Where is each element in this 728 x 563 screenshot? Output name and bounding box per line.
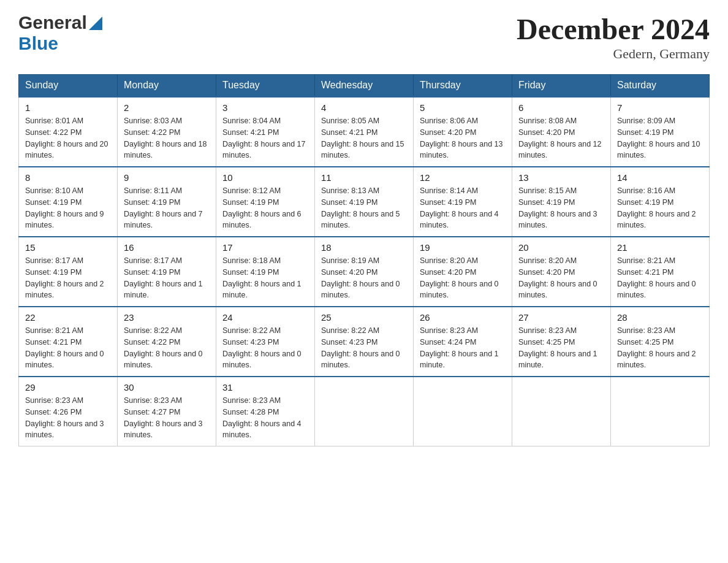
calendar-cell: 18 Sunrise: 8:19 AM Sunset: 4:20 PM Dayl… <box>315 237 414 307</box>
day-number: 18 <box>321 242 407 253</box>
calendar-day-header: Tuesday <box>216 75 315 97</box>
day-number: 17 <box>222 242 308 253</box>
calendar-cell: 26 Sunrise: 8:23 AM Sunset: 4:24 PM Dayl… <box>414 307 512 377</box>
calendar-cell: 17 Sunrise: 8:18 AM Sunset: 4:19 PM Dayl… <box>216 237 315 307</box>
calendar-cell: 29 Sunrise: 8:23 AM Sunset: 4:26 PM Dayl… <box>19 377 118 446</box>
page-header: General Blue December 2024 Gedern, Germa… <box>18 12 710 62</box>
day-info: Sunrise: 8:23 AM Sunset: 4:25 PM Dayligh… <box>518 325 604 371</box>
day-info: Sunrise: 8:14 AM Sunset: 4:19 PM Dayligh… <box>420 185 506 231</box>
calendar-day-header: Sunday <box>19 75 118 97</box>
day-info: Sunrise: 8:04 AM Sunset: 4:21 PM Dayligh… <box>222 115 308 161</box>
day-number: 5 <box>420 102 506 113</box>
day-info: Sunrise: 8:17 AM Sunset: 4:19 PM Dayligh… <box>124 255 210 301</box>
day-number: 19 <box>420 242 506 253</box>
day-info: Sunrise: 8:17 AM Sunset: 4:19 PM Dayligh… <box>25 255 111 301</box>
day-number: 28 <box>617 312 703 323</box>
day-info: Sunrise: 8:13 AM Sunset: 4:19 PM Dayligh… <box>321 185 407 231</box>
calendar-cell <box>611 377 710 446</box>
calendar-cell: 19 Sunrise: 8:20 AM Sunset: 4:20 PM Dayl… <box>414 237 512 307</box>
calendar-body: 1 Sunrise: 8:01 AM Sunset: 4:22 PM Dayli… <box>19 97 710 446</box>
calendar-day-header: Friday <box>512 75 611 97</box>
calendar-cell <box>315 377 414 446</box>
day-number: 30 <box>124 382 210 393</box>
day-number: 20 <box>518 242 604 253</box>
day-info: Sunrise: 8:22 AM Sunset: 4:22 PM Dayligh… <box>124 325 210 371</box>
day-number: 29 <box>25 382 111 393</box>
day-number: 1 <box>25 102 111 113</box>
calendar-header-row: SundayMondayTuesdayWednesdayThursdayFrid… <box>19 75 710 97</box>
logo-general-text: General <box>18 12 87 33</box>
calendar-cell: 23 Sunrise: 8:22 AM Sunset: 4:22 PM Dayl… <box>118 307 216 377</box>
calendar-cell: 27 Sunrise: 8:23 AM Sunset: 4:25 PM Dayl… <box>512 307 611 377</box>
calendar-week-row: 15 Sunrise: 8:17 AM Sunset: 4:19 PM Dayl… <box>19 237 710 307</box>
calendar-cell: 14 Sunrise: 8:16 AM Sunset: 4:19 PM Dayl… <box>611 167 710 237</box>
day-info: Sunrise: 8:23 AM Sunset: 4:26 PM Dayligh… <box>25 395 111 441</box>
day-number: 4 <box>321 102 407 113</box>
day-info: Sunrise: 8:16 AM Sunset: 4:19 PM Dayligh… <box>617 185 703 231</box>
calendar-cell <box>512 377 611 446</box>
logo: General Blue <box>18 12 102 54</box>
day-info: Sunrise: 8:08 AM Sunset: 4:20 PM Dayligh… <box>518 115 604 161</box>
calendar-header: SundayMondayTuesdayWednesdayThursdayFrid… <box>19 75 710 97</box>
day-number: 10 <box>222 172 308 183</box>
page-title: December 2024 <box>517 12 710 46</box>
calendar-cell: 1 Sunrise: 8:01 AM Sunset: 4:22 PM Dayli… <box>19 97 118 167</box>
calendar-cell: 20 Sunrise: 8:20 AM Sunset: 4:20 PM Dayl… <box>512 237 611 307</box>
calendar-cell: 15 Sunrise: 8:17 AM Sunset: 4:19 PM Dayl… <box>19 237 118 307</box>
day-info: Sunrise: 8:23 AM Sunset: 4:24 PM Dayligh… <box>420 325 506 371</box>
day-info: Sunrise: 8:10 AM Sunset: 4:19 PM Dayligh… <box>25 185 111 231</box>
logo-triangle-icon <box>89 17 102 30</box>
day-number: 13 <box>518 172 604 183</box>
calendar-day-header: Monday <box>118 75 216 97</box>
calendar-cell: 2 Sunrise: 8:03 AM Sunset: 4:22 PM Dayli… <box>118 97 216 167</box>
calendar-cell: 4 Sunrise: 8:05 AM Sunset: 4:21 PM Dayli… <box>315 97 414 167</box>
calendar-week-row: 8 Sunrise: 8:10 AM Sunset: 4:19 PM Dayli… <box>19 167 710 237</box>
day-number: 2 <box>124 102 210 113</box>
day-number: 14 <box>617 172 703 183</box>
day-number: 21 <box>617 242 703 253</box>
day-number: 22 <box>25 312 111 323</box>
page-subtitle: Gedern, Germany <box>517 46 710 62</box>
day-number: 16 <box>124 242 210 253</box>
title-area: December 2024 Gedern, Germany <box>517 12 710 62</box>
logo-blue-text: Blue <box>18 33 58 54</box>
day-info: Sunrise: 8:11 AM Sunset: 4:19 PM Dayligh… <box>124 185 210 231</box>
day-info: Sunrise: 8:23 AM Sunset: 4:27 PM Dayligh… <box>124 395 210 441</box>
day-info: Sunrise: 8:05 AM Sunset: 4:21 PM Dayligh… <box>321 115 407 161</box>
day-info: Sunrise: 8:03 AM Sunset: 4:22 PM Dayligh… <box>124 115 210 161</box>
calendar-cell: 24 Sunrise: 8:22 AM Sunset: 4:23 PM Dayl… <box>216 307 315 377</box>
calendar-cell: 5 Sunrise: 8:06 AM Sunset: 4:20 PM Dayli… <box>414 97 512 167</box>
day-info: Sunrise: 8:23 AM Sunset: 4:25 PM Dayligh… <box>617 325 703 371</box>
svg-marker-0 <box>89 17 102 30</box>
calendar-cell: 11 Sunrise: 8:13 AM Sunset: 4:19 PM Dayl… <box>315 167 414 237</box>
day-info: Sunrise: 8:15 AM Sunset: 4:19 PM Dayligh… <box>518 185 604 231</box>
day-info: Sunrise: 8:22 AM Sunset: 4:23 PM Dayligh… <box>222 325 308 371</box>
day-info: Sunrise: 8:23 AM Sunset: 4:28 PM Dayligh… <box>222 395 308 441</box>
calendar-day-header: Thursday <box>414 75 512 97</box>
day-number: 27 <box>518 312 604 323</box>
day-info: Sunrise: 8:19 AM Sunset: 4:20 PM Dayligh… <box>321 255 407 301</box>
calendar-table: SundayMondayTuesdayWednesdayThursdayFrid… <box>18 74 710 446</box>
calendar-cell: 3 Sunrise: 8:04 AM Sunset: 4:21 PM Dayli… <box>216 97 315 167</box>
calendar-cell: 6 Sunrise: 8:08 AM Sunset: 4:20 PM Dayli… <box>512 97 611 167</box>
day-number: 7 <box>617 102 703 113</box>
day-info: Sunrise: 8:22 AM Sunset: 4:23 PM Dayligh… <box>321 325 407 371</box>
calendar-cell: 28 Sunrise: 8:23 AM Sunset: 4:25 PM Dayl… <box>611 307 710 377</box>
day-info: Sunrise: 8:20 AM Sunset: 4:20 PM Dayligh… <box>518 255 604 301</box>
calendar-day-header: Wednesday <box>315 75 414 97</box>
day-number: 11 <box>321 172 407 183</box>
calendar-cell: 21 Sunrise: 8:21 AM Sunset: 4:21 PM Dayl… <box>611 237 710 307</box>
day-info: Sunrise: 8:21 AM Sunset: 4:21 PM Dayligh… <box>25 325 111 371</box>
calendar-cell: 7 Sunrise: 8:09 AM Sunset: 4:19 PM Dayli… <box>611 97 710 167</box>
day-number: 23 <box>124 312 210 323</box>
day-number: 31 <box>222 382 308 393</box>
day-number: 12 <box>420 172 506 183</box>
calendar-cell: 31 Sunrise: 8:23 AM Sunset: 4:28 PM Dayl… <box>216 377 315 446</box>
day-number: 8 <box>25 172 111 183</box>
day-number: 9 <box>124 172 210 183</box>
calendar-week-row: 1 Sunrise: 8:01 AM Sunset: 4:22 PM Dayli… <box>19 97 710 167</box>
calendar-cell: 22 Sunrise: 8:21 AM Sunset: 4:21 PM Dayl… <box>19 307 118 377</box>
day-info: Sunrise: 8:09 AM Sunset: 4:19 PM Dayligh… <box>617 115 703 161</box>
calendar-cell: 8 Sunrise: 8:10 AM Sunset: 4:19 PM Dayli… <box>19 167 118 237</box>
calendar-cell: 12 Sunrise: 8:14 AM Sunset: 4:19 PM Dayl… <box>414 167 512 237</box>
